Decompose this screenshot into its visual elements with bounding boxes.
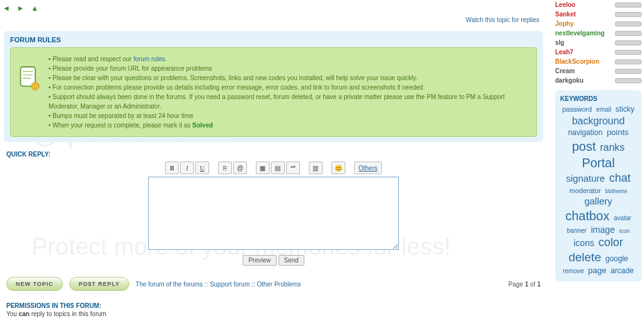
tag-points[interactable]: points (607, 127, 629, 137)
tag-signature[interactable]: signature (566, 173, 605, 184)
user-link[interactable]: darkgoku (555, 76, 584, 85)
tag-Portal[interactable]: Portal (582, 156, 614, 170)
tag-remove[interactable]: remove (563, 268, 584, 274)
nav-arrows: ◄ ► ▲ (3, 3, 544, 14)
send-button[interactable]: Send (279, 255, 304, 266)
tag-avatar[interactable]: avatar (614, 215, 631, 221)
pager: Page 1 of 1 (509, 281, 541, 288)
next-icon[interactable]: ► (17, 4, 25, 13)
image-button[interactable]: ▦ (256, 162, 270, 174)
tag-ranks[interactable]: ranks (600, 142, 624, 153)
tag-gallery[interactable]: gallery (584, 196, 612, 206)
user-bar (615, 40, 641, 45)
user-link[interactable]: slg (555, 38, 564, 47)
attach-button[interactable]: ▤ (271, 162, 285, 174)
forum-rules-link[interactable]: forum rules. (134, 56, 167, 62)
tag-delete[interactable]: delete (568, 250, 601, 264)
user-link[interactable]: Jophy (555, 19, 573, 28)
scroll-icon (18, 66, 41, 91)
preview-button[interactable]: Preview (243, 255, 277, 266)
tag-page[interactable]: page (588, 266, 606, 275)
quote-button[interactable]: ❝❞ (286, 162, 300, 174)
new-topic-button[interactable]: NEW TOPIC (6, 277, 63, 291)
keywords-title: KEYWORDS (560, 95, 636, 102)
permissions-title: PERMISSIONS IN THIS FORUM: (6, 302, 544, 309)
tag-banner[interactable]: banner (567, 227, 587, 234)
user-bar (615, 3, 641, 8)
user-link[interactable]: Cream (555, 66, 575, 76)
tag-navigation[interactable]: navigation (568, 128, 602, 137)
tag-background[interactable]: background (572, 115, 625, 126)
user-link[interactable]: nextlevelgaming (555, 28, 604, 38)
link-button[interactable]: ⎘ (218, 162, 232, 174)
tag-chatbox[interactable]: chatbox (565, 209, 609, 223)
tag-password[interactable]: password (562, 105, 592, 113)
tag-cloud: password email sticky background navigat… (560, 105, 636, 276)
user-bar (615, 78, 641, 83)
user-link[interactable]: BlackScorpion (555, 57, 599, 66)
underline-button[interactable]: U (195, 162, 209, 174)
others-button[interactable]: Others (354, 162, 382, 174)
user-bar (615, 12, 641, 17)
tag-sticky[interactable]: sticky (616, 105, 635, 114)
tag-icons[interactable]: icons (573, 238, 594, 248)
tag-icon[interactable]: icon (619, 228, 630, 234)
bold-button[interactable]: B (165, 162, 179, 174)
svg-point-1 (32, 82, 40, 90)
tag-google[interactable]: google (606, 254, 628, 263)
emoji-button[interactable]: 😊 (331, 162, 345, 174)
tag-bbtheme[interactable]: bbtheme (605, 188, 627, 194)
tag-color[interactable]: color (599, 236, 623, 249)
tag-moderator[interactable]: moderator (570, 187, 601, 194)
user-bar (615, 69, 641, 74)
post-reply-button[interactable]: PO$T REPLY (69, 277, 129, 291)
tag-post[interactable]: post (572, 139, 596, 153)
watch-topic-link[interactable]: Watch this topic for replies (3, 14, 544, 28)
mention-button[interactable]: @ (233, 162, 247, 174)
tag-email[interactable]: email (596, 106, 611, 113)
forum-rules-panel: FORUM RULES • Please read and respect ou… (4, 31, 543, 142)
breadcrumb[interactable]: The forum of the forums :: Support forum… (135, 281, 301, 288)
keywords-panel: KEYWORDS password email sticky backgroun… (555, 90, 641, 281)
tag-image[interactable]: image (591, 225, 615, 235)
reply-textarea[interactable] (148, 177, 399, 250)
user-list: LeelooSanketJophynextlevelgamingslgLeah7… (555, 0, 641, 85)
user-link[interactable]: Leah7 (555, 47, 573, 57)
italic-button[interactable]: I (180, 162, 194, 174)
user-bar (615, 59, 641, 64)
user-link[interactable]: Leeloo (555, 0, 575, 9)
tag-arcade[interactable]: arcade (611, 266, 634, 275)
user-link[interactable]: Sanket (555, 9, 576, 19)
prev-icon[interactable]: ◄ (3, 4, 10, 13)
list-button[interactable]: ▥ (309, 162, 323, 174)
quick-reply-label: QUICK REPLY: (6, 151, 544, 158)
permissions-text: You can reply to topics in this forum (6, 310, 544, 317)
editor-toolbar: B I U ⎘ @ ▦ ▤ ❝❞ ▥ 😊 Others (165, 162, 382, 174)
up-icon[interactable]: ▲ (31, 4, 38, 13)
forum-rules-title: FORUM RULES (10, 36, 537, 44)
user-bar (615, 21, 641, 27)
user-bar (615, 50, 641, 55)
rules-box: • Please read and respect our forum rule… (10, 47, 537, 137)
user-bar (615, 31, 641, 36)
tag-chat[interactable]: chat (609, 172, 631, 184)
